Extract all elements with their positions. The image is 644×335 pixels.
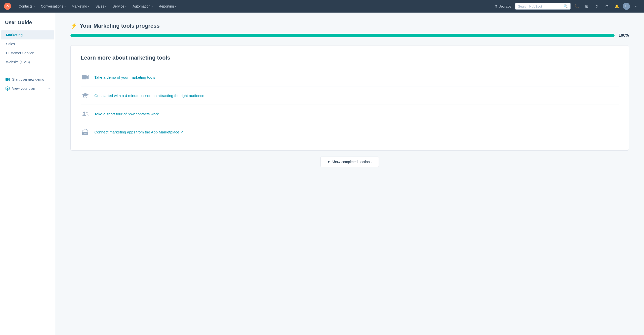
settings-icon[interactable]: ⚙ (603, 2, 611, 10)
sidebar: User Guide Marketing Sales Customer Serv… (0, 13, 55, 335)
top-navigation: Contacts ▾ Conversations ▾ Marketing ▾ S… (0, 0, 644, 13)
progress-bar-track (70, 34, 615, 37)
nav-sales[interactable]: Sales ▾ (93, 3, 109, 10)
notifications-icon[interactable]: 🔔 (613, 2, 621, 10)
main-content: ⚡ Your Marketing tools progress 100% Lea… (55, 13, 644, 335)
chevron-down-icon: ▾ (33, 5, 35, 8)
nav-reporting[interactable]: Reporting ▾ (156, 3, 179, 10)
video-icon (5, 77, 10, 82)
grid-icon[interactable]: ⊞ (583, 2, 591, 10)
search-input[interactable] (518, 5, 562, 8)
list-item[interactable]: Take a demo of your marketing tools (81, 68, 619, 86)
svg-point-9 (83, 112, 85, 114)
progress-title: Your Marketing tools progress (80, 23, 159, 29)
sidebar-item-sales[interactable]: Sales (1, 39, 54, 49)
list-item[interactable]: Take a short tour of how contacts work (81, 105, 619, 123)
sidebar-divider (5, 71, 50, 71)
view-your-plan-button[interactable]: View your plan ↗ (0, 84, 55, 93)
svg-rect-5 (82, 75, 87, 79)
lesson-link[interactable]: Get started with a 4 minute lesson on at… (94, 93, 204, 98)
contacts-link[interactable]: Take a short tour of how contacts work (94, 112, 159, 116)
marketplace-link[interactable]: Connect marketing apps from the App Mark… (94, 130, 184, 134)
svg-marker-4 (9, 78, 10, 81)
people-icon (81, 109, 90, 118)
sidebar-item-website-cms[interactable]: Website (CMS) (1, 58, 54, 67)
upgrade-button[interactable]: ⬆ Upgrade (493, 3, 513, 9)
svg-rect-3 (6, 78, 9, 81)
lightning-icon: ⚡ (70, 23, 77, 29)
chevron-down-icon: ▾ (88, 5, 89, 8)
topnav-right: ⬆ Upgrade 🔍 📞 ⊞ ? ⚙ 🔔 U ▾ (493, 2, 640, 10)
chevron-down-icon: ▾ (175, 5, 176, 8)
external-link-icon: ↗ (48, 87, 50, 90)
svg-marker-6 (87, 75, 89, 79)
nav-conversations[interactable]: Conversations ▾ (38, 3, 68, 10)
svg-point-2 (7, 6, 8, 7)
store-icon (81, 128, 90, 137)
nav-service[interactable]: Service ▾ (110, 3, 129, 10)
chevron-down-icon: ▾ (151, 5, 153, 8)
start-overview-demo-button[interactable]: Start overview demo (0, 75, 55, 84)
sidebar-title: User Guide (0, 20, 55, 30)
show-completed-button[interactable]: ▾ Show completed sections (320, 157, 379, 167)
card-title: Learn more about marketing tools (81, 55, 619, 61)
avatar[interactable]: U (623, 3, 630, 10)
nav-marketing[interactable]: Marketing ▾ (69, 3, 92, 10)
help-icon[interactable]: ? (593, 2, 601, 10)
progress-percent: 100% (619, 33, 629, 38)
svg-marker-7 (82, 93, 89, 97)
learn-more-card: Learn more about marketing tools Take a … (70, 45, 629, 151)
chevron-down-icon: ▾ (328, 160, 330, 164)
progress-bar-container: 100% (70, 33, 629, 38)
main-layout: User Guide Marketing Sales Customer Serv… (0, 13, 644, 335)
nav-contacts[interactable]: Contacts ▾ (16, 3, 37, 10)
sidebar-item-customer-service[interactable]: Customer Service (1, 49, 54, 58)
hubspot-logo[interactable] (4, 3, 11, 10)
phone-icon[interactable]: 📞 (573, 2, 581, 10)
show-completed-section: ▾ Show completed sections (70, 157, 629, 167)
progress-bar-fill (70, 34, 615, 37)
svg-rect-12 (84, 133, 87, 134)
list-item[interactable]: Connect marketing apps from the App Mark… (81, 123, 619, 141)
list-item[interactable]: Get started with a 4 minute lesson on at… (81, 86, 619, 105)
chevron-down-icon: ▾ (105, 5, 106, 8)
progress-header: ⚡ Your Marketing tools progress (70, 23, 629, 29)
sidebar-item-marketing[interactable]: Marketing (1, 30, 54, 39)
search-icon: 🔍 (564, 4, 568, 8)
chevron-down-icon: ▾ (64, 5, 66, 8)
nav-automation[interactable]: Automation ▾ (130, 3, 155, 10)
search-bar[interactable]: 🔍 (515, 3, 571, 10)
video-demo-icon (81, 73, 90, 82)
graduation-icon (81, 91, 90, 100)
svg-point-10 (86, 112, 88, 113)
account-chevron-icon[interactable]: ▾ (632, 2, 640, 10)
chevron-down-icon: ▾ (125, 5, 127, 8)
box-icon (5, 86, 10, 91)
demo-link[interactable]: Take a demo of your marketing tools (94, 75, 155, 79)
nav-links: Contacts ▾ Conversations ▾ Marketing ▾ S… (16, 3, 493, 10)
